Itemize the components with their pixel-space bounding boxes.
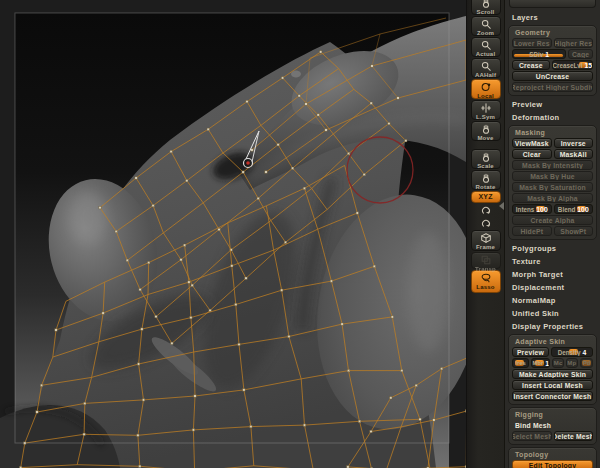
toolbar-label: XYZ xyxy=(478,193,492,201)
scale-button[interactable]: Scale xyxy=(471,149,501,169)
slider-label: Mbr xyxy=(533,360,544,366)
slider-blend[interactable]: Blend100 xyxy=(554,204,594,214)
lasso-icon xyxy=(480,272,492,284)
slider-value: 4 xyxy=(582,349,586,356)
crease-button[interactable]: Crease xyxy=(512,60,550,70)
preview-button[interactable]: Preview xyxy=(512,347,549,357)
slider-mbr[interactable]: Mbr1 xyxy=(531,358,550,368)
hand-icon xyxy=(480,151,492,163)
cage-button[interactable]: Cage xyxy=(568,49,593,59)
toolbar-label: Scroll xyxy=(477,9,495,15)
magnifier-icon xyxy=(480,60,492,72)
toolbar-label: Local xyxy=(477,93,494,99)
section-preview[interactable]: Preview xyxy=(505,98,600,111)
slider-value: 15 xyxy=(585,62,593,69)
viewport-canvas[interactable] xyxy=(0,0,466,468)
make-adaptive-skin-button[interactable]: Make Adaptive Skin xyxy=(512,369,593,379)
partial-button-top[interactable] xyxy=(509,0,596,8)
bind-mesh-button[interactable]: Bind Mesh xyxy=(512,420,593,430)
panel-group-rigging: RiggingBind MeshSelect MeshDelete Mesh xyxy=(508,407,597,445)
select-mesh-button[interactable]: Select Mesh xyxy=(512,431,552,441)
slider-value: 1 xyxy=(545,360,549,367)
rotate-arrow-icon xyxy=(480,205,492,217)
slider-intens[interactable]: Intens100 xyxy=(512,204,552,214)
panel-row: Reproject Higher Subdiv xyxy=(512,82,593,92)
section-layers[interactable]: Layers xyxy=(505,11,600,24)
showpt-button[interactable]: ShowPt xyxy=(554,226,594,236)
toolbar-label: Frame xyxy=(476,244,495,250)
slider-density[interactable]: Density4 xyxy=(551,347,593,357)
panel-row: Create Alpha xyxy=(512,215,593,225)
symmetry-icon xyxy=(480,102,492,114)
section-texture[interactable]: Texture xyxy=(505,255,600,268)
hand-icon xyxy=(480,0,492,9)
section-unified-skin[interactable]: Unified Skin xyxy=(505,307,600,320)
scroll-button[interactable]: Scroll xyxy=(471,0,501,15)
zoom-button[interactable]: Zoom xyxy=(471,16,501,36)
insert-connector-mesh-button[interactable]: Insert Connector Mesh xyxy=(512,391,593,401)
section-display-properties[interactable]: Display Properties xyxy=(505,320,600,333)
panel-row: Mask By Intensity xyxy=(512,160,593,170)
group-header-rigging[interactable]: Rigging xyxy=(512,410,593,419)
panel-row: Make Adaptive Skin xyxy=(512,369,593,379)
slider-pd[interactable]: Pd xyxy=(580,358,593,368)
local-button[interactable]: Local xyxy=(471,79,501,99)
group-header-geometry[interactable]: Geometry xyxy=(512,28,593,37)
viewmask-button[interactable]: ViewMask xyxy=(512,138,552,148)
section-morph-target[interactable]: Morph Target xyxy=(505,268,600,281)
move-button[interactable]: Move xyxy=(471,121,501,141)
rotate-button[interactable]: Rotate xyxy=(471,170,501,190)
mask-by-hue-button[interactable]: Mask By Hue xyxy=(512,171,593,181)
l-sym-button[interactable]: L.Sym xyxy=(471,100,501,120)
toolbar-label: Transp xyxy=(475,266,496,272)
higher-res-button[interactable]: Higher Res xyxy=(554,38,594,48)
slider-ires[interactable]: Ires xyxy=(512,358,529,368)
create-alpha-button[interactable]: Create Alpha xyxy=(512,215,593,225)
uncrease-button[interactable]: UnCrease xyxy=(512,71,593,81)
z-axis-rotate-button[interactable] xyxy=(471,217,501,229)
transp-button[interactable]: Transp xyxy=(471,252,501,269)
maskall-button[interactable]: MaskAll xyxy=(554,149,594,159)
section-deformation[interactable]: Deformation xyxy=(505,111,600,124)
group-header-adaptive-skin[interactable]: Adaptive Skin xyxy=(512,337,593,346)
toolbar-label: Lasso xyxy=(476,284,494,290)
mask-by-saturation-button[interactable]: Mask By Saturation xyxy=(512,182,593,192)
hidept-button[interactable]: HidePt xyxy=(512,226,552,236)
mc-button[interactable]: Mc xyxy=(552,358,564,368)
slider-value: 100 xyxy=(577,206,588,213)
xyz-button[interactable]: XYZ xyxy=(471,191,501,203)
section-displacement[interactable]: Displacement xyxy=(505,281,600,294)
transp-icon xyxy=(480,254,492,266)
clear-button[interactable]: Clear xyxy=(512,149,552,159)
right-shelf-toolbar: ScrollZoomActualAAHalfLocalL.SymMoveScal… xyxy=(466,0,504,468)
slider-sdiv[interactable]: SDiv1 xyxy=(512,49,566,59)
insert-local-mesh-button[interactable]: Insert Local Mesh xyxy=(512,380,593,390)
actual-button[interactable]: Actual xyxy=(471,37,501,57)
slider-label: Ires xyxy=(516,360,526,366)
panel-row: ViewMaskInverse xyxy=(512,138,593,148)
app-window: ScrollZoomActualAAHalfLocalL.SymMoveScal… xyxy=(0,0,600,468)
aahalf-button[interactable]: AAHalf xyxy=(471,58,501,78)
group-header-topology[interactable]: Topology xyxy=(512,450,593,459)
slider-creaselvl[interactable]: CreaseLvl15 xyxy=(552,60,593,70)
mp-button[interactable]: Mp xyxy=(566,358,578,368)
lasso-button[interactable]: Lasso xyxy=(471,270,501,293)
panel-row: PreviewDensity4 xyxy=(512,347,593,357)
edit-topology-button[interactable]: Edit Topology xyxy=(512,460,593,468)
magnifier-icon xyxy=(480,18,492,30)
section-normalmap[interactable]: NormalMap xyxy=(505,294,600,307)
toolbar-label: Scale xyxy=(477,163,494,169)
mask-by-intensity-button[interactable]: Mask By Intensity xyxy=(512,160,593,170)
panel-row: IresMbr1McMpPd xyxy=(512,358,593,368)
frame-button[interactable]: Frame xyxy=(471,230,501,251)
slider-label: Blend xyxy=(558,206,576,213)
lower-res-button[interactable]: Lower Res xyxy=(512,38,552,48)
group-header-masking[interactable]: Masking xyxy=(512,128,593,137)
reproject-higher-subdiv-button[interactable]: Reproject Higher Subdiv xyxy=(512,82,593,92)
y-axis-rotate-button[interactable] xyxy=(471,204,501,216)
tool-palette: LayersGeometryLower ResHigher ResSDiv1Ca… xyxy=(504,0,600,468)
mask-by-alpha-button[interactable]: Mask By Alpha xyxy=(512,193,593,203)
delete-mesh-button[interactable]: Delete Mesh xyxy=(554,431,594,441)
inverse-button[interactable]: Inverse xyxy=(554,138,594,148)
section-polygroups[interactable]: Polygroups xyxy=(505,242,600,255)
